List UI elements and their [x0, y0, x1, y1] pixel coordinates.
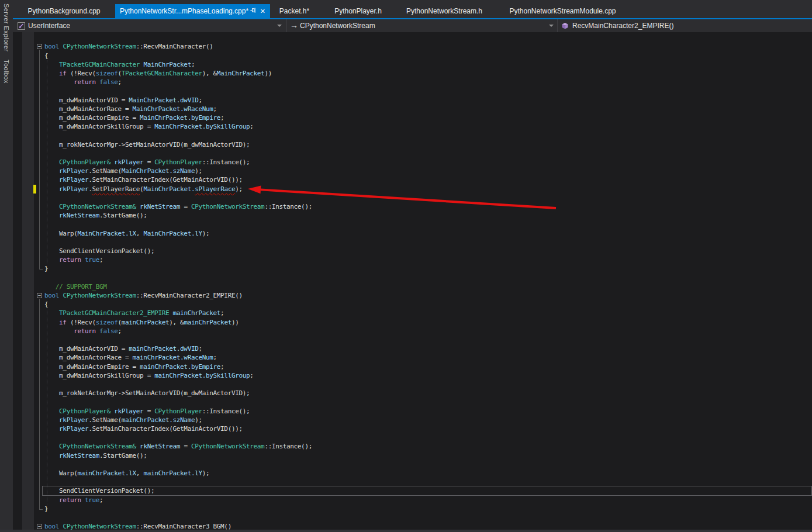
code-token	[44, 496, 59, 504]
code-token: m_rokNetActorMgr->SetMainActorVID(m_dwMa…	[44, 389, 250, 397]
code-line[interactable]: rkNetStream.StartGame();	[44, 211, 147, 220]
code-line[interactable]: m_dwMainActorSkillGroup = mainChrPacket.…	[44, 371, 254, 380]
code-line[interactable]: m_dwMainActorEmpire = mainChrPacket.byEm…	[44, 362, 224, 371]
code-token: CPythonPlayer&	[59, 158, 110, 166]
code-line[interactable]: m_dwMainActorVID = mainChrPacket.dwVID;	[44, 344, 202, 353]
code-token: (!Recv(	[67, 319, 96, 326]
code-line[interactable]: bool CPythonNetworkStream::RecvMainChara…	[44, 291, 243, 300]
code-line[interactable]: rkPlayer.SetMainCharacterIndex(GetMainAc…	[44, 175, 243, 184]
code-line[interactable]: CPythonNetworkStream& rkNetStream = CPyt…	[44, 442, 312, 451]
sidebar-item-server-explorer[interactable]: Server Explorer	[3, 4, 10, 51]
code-token: MainChrPacket.	[143, 185, 195, 193]
code-line[interactable]: CPythonNetworkStream& rkNetStream = CPyt…	[44, 202, 312, 211]
code-token	[44, 167, 59, 175]
code-token: mainChrPacket	[184, 319, 231, 326]
code-token: ;	[220, 309, 224, 317]
code-token: ;	[198, 96, 202, 104]
code-line[interactable]: SendClientVersionPacket();	[44, 247, 154, 255]
code-token	[44, 443, 59, 450]
code-editor[interactable]: −−− bool CPythonNetworkStream::RecvMainC…	[13, 32, 812, 532]
code-token: ;	[250, 372, 253, 379]
navbar-separator	[286, 19, 287, 32]
code-token: false	[99, 327, 118, 335]
collapse-toggle-icon[interactable]: −	[37, 524, 42, 529]
code-line[interactable]: rkPlayer.SetName(mainChrPacket.szName);	[44, 416, 202, 424]
code-token: true	[85, 496, 99, 504]
code-line[interactable]: SendClientVersionPacket();	[44, 486, 154, 495]
editor-tab[interactable]: PythonPlayer.h	[319, 4, 398, 18]
tab-label: PythonPlayer.h	[334, 7, 382, 15]
code-token: ;	[118, 327, 121, 335]
code-token: ::Instance();	[202, 407, 250, 415]
code-line[interactable]: if (!Recv(sizeof(mainChrPacket), &mainCh…	[44, 318, 239, 327]
code-line[interactable]: rkPlayer.SetPlayerRace(MainChrPacket.sPl…	[44, 185, 243, 194]
chevron-down-icon[interactable]	[549, 25, 554, 27]
code-line[interactable]: rkNetStream.StartGame();	[44, 451, 147, 460]
code-line[interactable]: Warp(MainChrPacket.lX, MainChrPacket.lY)…	[44, 229, 209, 238]
code-token: Warp(	[44, 230, 77, 237]
scope-dropdown[interactable]: UserInterface	[28, 19, 70, 32]
code-line[interactable]: {	[44, 51, 48, 60]
indicator-margin	[22, 32, 34, 532]
pin-icon[interactable]	[250, 4, 256, 18]
code-line[interactable]: rkPlayer.SetName(MainChrPacket.szName);	[44, 167, 202, 175]
editor-tab[interactable]: PythonNetworkStream.h	[398, 4, 491, 18]
code-token: if	[59, 319, 67, 326]
code-line[interactable]: TPacketGCMainCharacter MainChrPacket;	[44, 60, 195, 69]
code-line[interactable]: m_dwMainActorVID = MainChrPacket.dwVID;	[44, 96, 202, 105]
code-line[interactable]: }	[44, 505, 48, 513]
collapse-toggle-icon[interactable]: −	[37, 293, 42, 298]
code-token: ))	[264, 70, 272, 77]
code-token: ;	[99, 496, 103, 504]
code-token	[44, 185, 59, 193]
code-line[interactable]: }	[44, 264, 48, 273]
editor-tab[interactable]: PythonNetworkStr...mPhaseLoading.cpp*✕	[115, 4, 270, 18]
code-line[interactable]: rkPlayer.SetMainCharacterIndex(GetMainAc…	[44, 424, 243, 433]
code-token: mainChrPacket.szName	[122, 416, 195, 424]
code-line[interactable]: CPythonPlayer& rkPlayer = CPythonPlayer:…	[44, 158, 250, 167]
code-token	[44, 203, 59, 210]
member-dropdown[interactable]: RecvMainCharacter2_EMPIRE()	[572, 19, 673, 32]
code-line[interactable]: TPacketGCMainCharacter2_EMPIRE mainChrPa…	[44, 309, 224, 317]
error-squiggle-token: sPlayerRace	[195, 185, 235, 193]
code-line[interactable]: m_dwMainActorEmpire = MainChrPacket.byEm…	[44, 113, 224, 122]
code-line[interactable]: m_rokNetActorMgr->SetMainActorVID(m_dwMa…	[44, 389, 250, 398]
current-line-highlight	[42, 486, 812, 495]
code-token: ::Instance();	[264, 203, 312, 210]
code-token: =	[143, 407, 154, 415]
editor-tab[interactable]: Packet.h*	[270, 4, 319, 18]
code-line[interactable]: // SUPPORT_BGM	[44, 282, 107, 291]
document-tab-bar: PythonBackground.cppPythonNetworkStr...m…	[13, 0, 812, 18]
code-line[interactable]: return false;	[44, 78, 122, 87]
sidebar-item-toolbox[interactable]: Toolbox	[3, 60, 10, 84]
code-token: m_dwMainActorVID =	[44, 345, 129, 353]
code-line[interactable]: if (!Recv(sizeof(TPacketGCMainCharacter)…	[44, 69, 272, 78]
collapse-toggle-icon[interactable]: −	[37, 44, 42, 49]
close-icon[interactable]: ✕	[260, 8, 265, 15]
code-token: );	[195, 167, 202, 175]
code-token: return	[74, 327, 96, 335]
code-line[interactable]: CPythonPlayer& rkPlayer = CPythonPlayer:…	[44, 407, 250, 416]
chevron-down-icon[interactable]	[277, 25, 282, 27]
code-line[interactable]: m_dwMainActorRace = MainChrPacket.wRaceN…	[44, 105, 217, 113]
code-token: mainChrPacket	[122, 319, 170, 326]
code-line[interactable]: m_rokNetActorMgr->SetMainActorVID(m_dwMa…	[44, 140, 250, 149]
code-token	[44, 327, 74, 335]
code-line[interactable]: m_dwMainActorSkillGroup = MainChrPacket.…	[44, 122, 254, 131]
code-line[interactable]: {	[44, 300, 48, 309]
code-line[interactable]: Warp(mainChrPacket.lX, mainChrPacket.lY)…	[44, 469, 209, 478]
code-token	[44, 158, 59, 166]
tab-label: PythonNetworkStreamModule.cpp	[509, 7, 616, 15]
code-token	[44, 212, 59, 219]
code-token: SendClientVersionPacket();	[44, 247, 154, 255]
code-token	[44, 256, 59, 264]
type-dropdown[interactable]: CPythonNetworkStream	[300, 19, 375, 32]
code-line[interactable]: return true;	[44, 255, 103, 264]
code-token: CPythonPlayer&	[59, 407, 110, 415]
code-line[interactable]: m_dwMainActorRace = mainChrPacket.wRaceN…	[44, 353, 217, 362]
editor-tab[interactable]: PythonNetworkStreamModule.cpp	[491, 4, 634, 18]
code-line[interactable]: bool CPythonNetworkStream::RecvMainChara…	[44, 42, 213, 51]
code-line[interactable]: return true;	[44, 496, 103, 505]
code-line[interactable]: return false;	[44, 327, 122, 336]
editor-tab[interactable]: PythonBackground.cpp	[13, 4, 115, 18]
